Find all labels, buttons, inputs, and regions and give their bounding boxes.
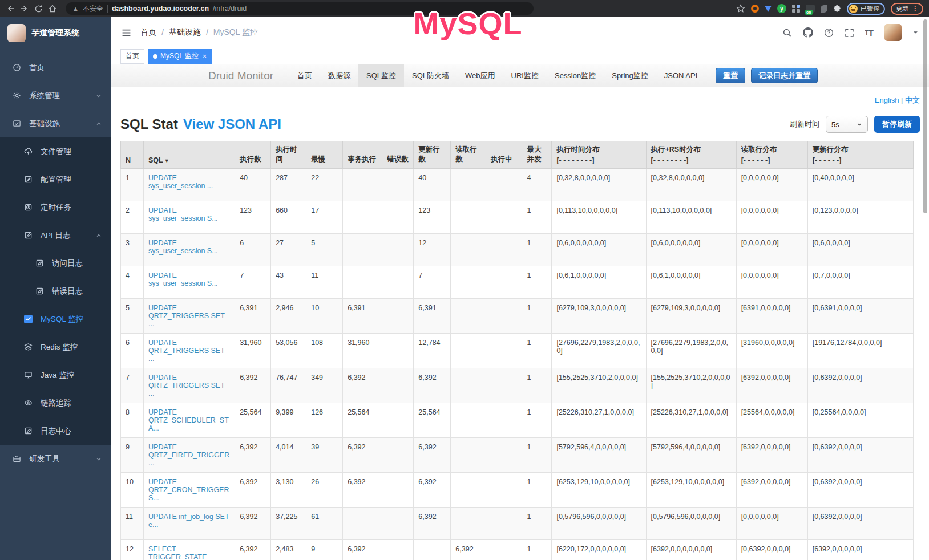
tag-MySQL 监控[interactable]: MySQL 监控× (148, 49, 212, 64)
tag-close-icon[interactable]: × (203, 52, 207, 60)
lang-link-English[interactable]: English (875, 96, 899, 104)
col-header-执行数: 执行数 (235, 141, 271, 169)
col-header-SQL[interactable]: SQL▼ (144, 141, 235, 169)
reset-button[interactable]: 重置 (716, 68, 745, 83)
sidebar-item-MySQL 监控[interactable]: MySQL 监控 (0, 305, 111, 333)
col-header-执行时间: 执行时间 (271, 141, 306, 169)
back-icon[interactable] (6, 4, 15, 13)
druid-nav-JSON API[interactable]: JSON API (656, 64, 706, 87)
druid-nav-Session监控[interactable]: Session监控 (547, 64, 604, 87)
sidebar-item-系统管理[interactable]: 系统管理 (0, 82, 111, 109)
lang-link-中文[interactable]: 中文 (905, 96, 920, 104)
pause-refresh-button[interactable]: 暂停刷新 (874, 116, 920, 133)
cell: [0,113,10,0,0,0,0,0] (646, 201, 736, 234)
sidebar-item-错误日志[interactable]: 错误日志 (0, 277, 111, 305)
extension-y-icon[interactable]: y (777, 4, 786, 13)
sidebar-logo[interactable]: 芋道管理系统 (0, 17, 111, 49)
dashboard-icon (13, 63, 22, 72)
extension-onebox-icon[interactable]: on (806, 5, 815, 13)
chevron-down-icon[interactable] (912, 27, 919, 38)
extension-donut-icon[interactable] (751, 5, 759, 13)
sql-link[interactable]: UPDATE sys_user_session S... (148, 271, 218, 287)
sidebar-item-定时任务[interactable]: 定时任务 (0, 193, 111, 221)
cell: 22 (306, 169, 343, 201)
sidebar-item-文件管理[interactable]: 文件管理 (0, 137, 111, 165)
sidebar-item-Java 监控[interactable]: Java 监控 (0, 361, 111, 389)
browser-update-button[interactable]: 更新 ⋮ (891, 3, 923, 15)
extensions-puzzle-icon[interactable] (833, 5, 841, 13)
cell (382, 334, 414, 368)
extension-squares-icon[interactable] (792, 5, 800, 13)
github-icon[interactable] (803, 27, 813, 38)
sql-link[interactable]: SELECT TRIGGER_STATE (148, 545, 207, 560)
user-avatar[interactable] (884, 24, 902, 41)
font-size-icon[interactable]: TT (865, 28, 874, 38)
cell: [0,0,0,0,0,0] (736, 234, 807, 266)
cell: [0,6392,0,0,0,0] (807, 508, 913, 540)
cell: 1 (522, 234, 552, 266)
cell: [0,32,8,0,0,0,0,0] (552, 169, 646, 201)
sql-link[interactable]: UPDATE QRTZ_SCHEDULER_STA... (148, 408, 229, 432)
sql-link[interactable]: UPDATE sys_user_session S... (148, 239, 218, 255)
druid-nav-数据源[interactable]: 数据源 (320, 64, 358, 87)
tag-首页[interactable]: 首页 (120, 49, 144, 64)
menu-fold-icon[interactable] (122, 28, 131, 38)
log-and-reset-button[interactable]: 记录日志并重置 (751, 68, 818, 83)
sidebar-item-首页[interactable]: 首页 (0, 54, 111, 82)
sql-link[interactable]: UPDATE inf_job_log SET e... (148, 513, 229, 529)
cell (486, 169, 522, 201)
sidebar-item-链路追踪[interactable]: 链路追踪 (0, 389, 111, 417)
extension-leaf-icon[interactable] (821, 5, 827, 13)
sidebar-item-配置管理[interactable]: 配置管理 (0, 165, 111, 193)
druid-nav-Web应用[interactable]: Web应用 (457, 64, 503, 87)
help-icon[interactable] (824, 28, 834, 38)
sql-link[interactable]: UPDATE QRTZ_TRIGGERS SET ... (148, 304, 225, 328)
bookmark-star-icon[interactable] (736, 4, 745, 13)
sql-link[interactable]: UPDATE QRTZ_CRON_TRIGGERS... (148, 478, 229, 502)
cell: 6 (121, 334, 144, 368)
reload-icon[interactable] (34, 5, 43, 13)
cell: 6,392 (343, 473, 382, 508)
kebab-menu-icon[interactable]: ⋮ (912, 6, 918, 11)
druid-nav-首页[interactable]: 首页 (289, 64, 320, 87)
lang-links: English | 中文 (120, 95, 920, 105)
sql-link[interactable]: UPDATE QRTZ_FIRED_TRIGGER... (148, 443, 229, 467)
sidebar-item-API 日志[interactable]: API 日志 (0, 221, 111, 249)
breadcrumb-item[interactable]: 基础设施 (169, 27, 201, 38)
druid-nav-SQL防火墙[interactable]: SQL防火墙 (404, 64, 457, 87)
sidebar-item-基础设施[interactable]: 基础设施 (0, 109, 111, 137)
sidebar-item-label: Java 监控 (41, 370, 102, 380)
forward-icon[interactable] (20, 4, 29, 13)
cell-sql: UPDATE sys_user_session S... (144, 201, 235, 234)
cell: 6,392 (235, 473, 271, 508)
sidebar-item-日志中心[interactable]: 日志中心 (0, 417, 111, 445)
druid-nav-URI监控[interactable]: URI监控 (503, 64, 547, 87)
home-icon[interactable] (48, 4, 57, 13)
sql-link[interactable]: UPDATE QRTZ_TRIGGERS SET ... (148, 374, 225, 397)
view-json-api-link[interactable]: View JSON API (183, 116, 281, 132)
druid-nav-SQL监控[interactable]: SQL监控 (358, 64, 404, 87)
browser-profile-pill[interactable]: 已暂停 (847, 3, 885, 15)
sql-link[interactable]: UPDATE QRTZ_TRIGGERS SET ... (148, 339, 225, 363)
cell: [27696,2279,1983,2,0,0,0,0] (552, 334, 646, 368)
sql-link[interactable]: UPDATE sys_user_session S... (148, 206, 218, 222)
sidebar-item-访问日志[interactable]: 访问日志 (0, 249, 111, 277)
breadcrumb-item[interactable]: 首页 (140, 27, 156, 38)
search-icon[interactable] (782, 28, 792, 38)
fullscreen-icon[interactable] (845, 28, 854, 38)
cell (382, 438, 414, 473)
druid-nav-Spring监控[interactable]: Spring监控 (604, 64, 656, 87)
extension-pin-icon[interactable] (765, 6, 772, 12)
cell: [6392,0,0,0,0,0] (736, 368, 807, 403)
scrollbar-thumb[interactable] (923, 19, 927, 213)
sidebar-item-Redis 监控[interactable]: Redis 监控 (0, 333, 111, 361)
sidebar-item-研发工具[interactable]: 研发工具 (0, 445, 111, 473)
druid-navbar: Druid Monitor 首页数据源SQL监控SQL防火墙Web应用URI监控… (111, 64, 929, 87)
refresh-controls: 刷新时间 5s 暂停刷新 (790, 116, 920, 133)
sidebar-item-label: Redis 监控 (41, 342, 102, 352)
cell: [6391,0,0,0,0,0] (736, 299, 807, 334)
refresh-interval-select[interactable]: 5s (826, 116, 868, 133)
lang-separator: | (899, 96, 905, 104)
sql-link[interactable]: UPDATE sys_user_session ... (148, 174, 213, 190)
cell: 4 (522, 169, 552, 201)
